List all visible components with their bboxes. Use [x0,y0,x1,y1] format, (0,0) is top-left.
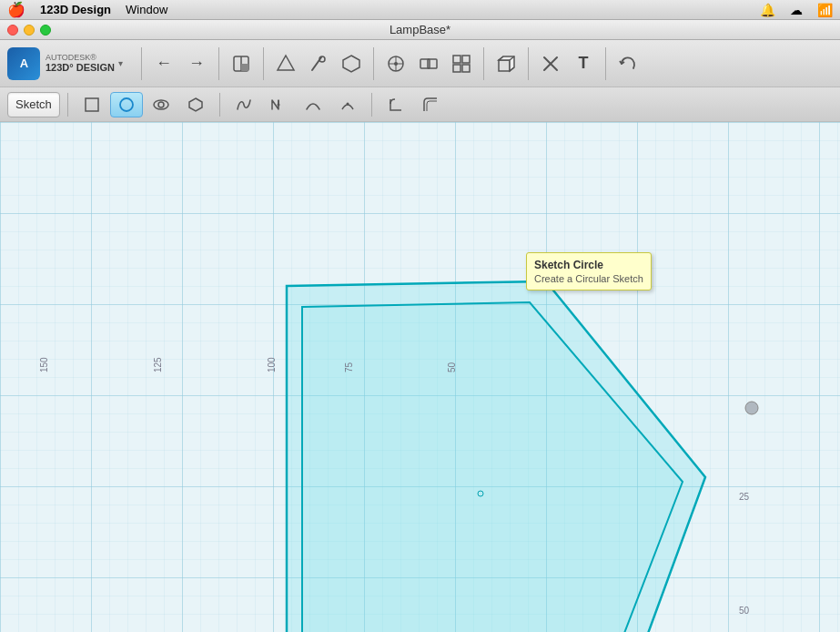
svg-rect-14 [453,65,460,72]
tweak-button[interactable] [304,49,333,78]
combine-button[interactable] [414,49,443,78]
polygon-tool[interactable] [179,92,212,117]
sketch-separator-3 [371,93,372,117]
svg-rect-15 [462,65,470,72]
svg-marker-3 [278,56,294,70]
svg-text:50: 50 [739,606,750,616]
canvas[interactable]: 150 125 100 75 50 25 50 75 Sketch Circle… [0,122,840,632]
logo-area: A AUTODESK® 123D° DESIGN ▾ [7,47,123,80]
toolbar-divider-3 [263,47,264,80]
sketch-separator-1 [67,93,68,117]
arc2-tool[interactable] [331,92,364,117]
traffic-lights [7,25,51,36]
menu-bar: 🍎 123D Design Window 🔔 ☁ 📶 [0,0,840,20]
close-button[interactable] [7,25,18,36]
svg-rect-2 [241,64,248,71]
title-bar: LampBase* [0,20,840,40]
svg-point-24 [120,98,133,111]
svg-text:25: 25 [739,492,750,502]
toolbar-divider-1 [141,47,142,80]
minimize-button[interactable] [24,25,35,36]
sketch-separator-2 [219,93,220,117]
circle-tool[interactable] [110,92,143,117]
svg-text:125: 125 [153,357,163,372]
sketch-toolbar: Sketch [0,87,840,122]
polyline-tool[interactable] [262,92,295,117]
window-title: LampBase* [390,23,450,36]
toolbar-divider-4 [373,47,374,80]
svg-point-44 [745,402,758,414]
svg-point-26 [158,102,164,107]
cloud-icon: ☁ [790,3,803,17]
apple-menu[interactable]: 🍎 [7,1,25,18]
logo-top: AUTODESK® [46,53,115,63]
logo-bottom: 123D° DESIGN [46,62,115,74]
svg-rect-16 [499,60,510,71]
app-logo: A [7,47,40,80]
back-button[interactable]: ← [149,49,178,78]
push-pull-button[interactable] [271,49,300,78]
svg-text:100: 100 [267,357,277,372]
sketch-button[interactable]: Sketch [7,92,60,117]
wifi-icon: 📶 [817,3,833,17]
grid-svg: 150 125 100 75 50 25 50 75 [0,122,840,632]
svg-marker-5 [343,56,359,72]
app-name[interactable]: 123D Design [40,3,111,16]
svg-rect-23 [86,98,98,111]
svg-point-9 [394,62,398,66]
svg-text:50: 50 [447,362,457,372]
toolbar-divider-7 [605,47,606,80]
logo-dropdown[interactable]: ▾ [118,58,123,68]
pattern-button[interactable] [447,49,476,78]
logo-text: AUTODESK® 123D° DESIGN [46,53,115,75]
toolbar-divider-5 [483,47,484,80]
maximize-button[interactable] [40,25,51,36]
svg-rect-13 [462,56,470,63]
toolbar-divider-6 [528,47,529,80]
forward-button[interactable]: → [182,49,211,78]
measure-button[interactable] [536,49,565,78]
snap-button[interactable] [381,49,410,78]
notification-bell: 🔔 [760,3,775,17]
view-tool[interactable] [145,92,177,117]
main-toolbar: A AUTODESK® 123D° DESIGN ▾ ← → [0,40,840,87]
toolbar-divider-2 [218,47,219,80]
menu-window[interactable]: Window [126,3,167,16]
svg-marker-27 [189,98,202,111]
material-button[interactable] [337,49,366,78]
spline-tool[interactable] [228,92,260,117]
new-body-button[interactable] [227,49,256,78]
undo-button[interactable] [613,49,643,78]
fillet-tool[interactable] [380,92,412,117]
svg-rect-12 [453,56,460,63]
svg-text:150: 150 [39,357,49,372]
svg-point-30 [346,102,349,105]
svg-text:75: 75 [344,362,354,372]
rectangle-tool[interactable] [76,92,108,117]
view-cube-button[interactable] [491,49,521,78]
text-button[interactable]: T [569,49,598,78]
sketch-label: Sketch [15,97,52,111]
offset-tool[interactable] [414,92,447,117]
arc-tool[interactable] [297,92,329,117]
